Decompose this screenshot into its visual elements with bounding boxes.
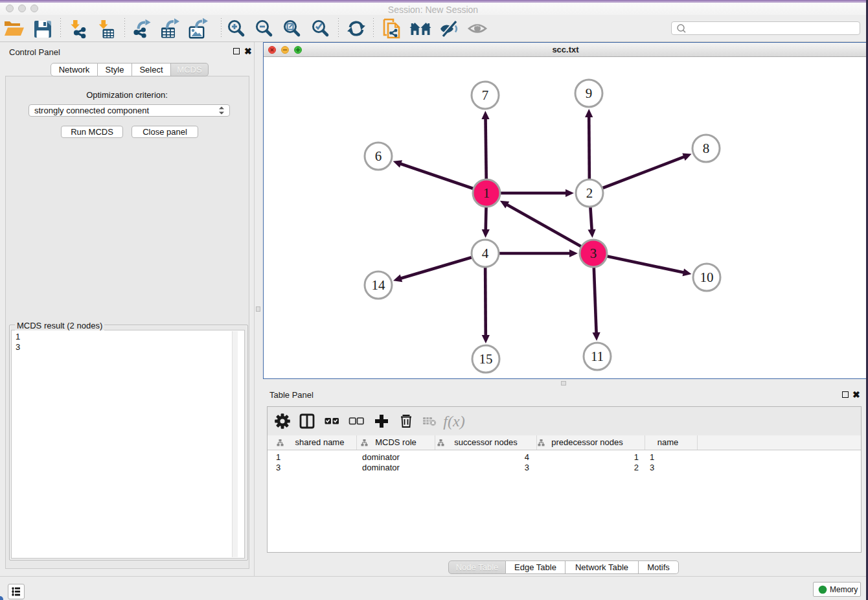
svg-text:15: 15: [479, 351, 493, 367]
svg-text:3: 3: [590, 246, 597, 261]
svg-text:f(x): f(x): [443, 413, 464, 430]
svg-text:11: 11: [591, 349, 604, 364]
svg-text:6: 6: [375, 148, 382, 164]
svg-text:10: 10: [700, 270, 714, 285]
svg-text:14: 14: [372, 277, 386, 293]
svg-text:9: 9: [586, 86, 593, 101]
svg-text:8: 8: [703, 141, 710, 156]
svg-text:7: 7: [482, 87, 489, 103]
svg-text:2: 2: [586, 185, 593, 201]
svg-text:1: 1: [483, 185, 490, 201]
svg-text:4: 4: [482, 246, 489, 261]
